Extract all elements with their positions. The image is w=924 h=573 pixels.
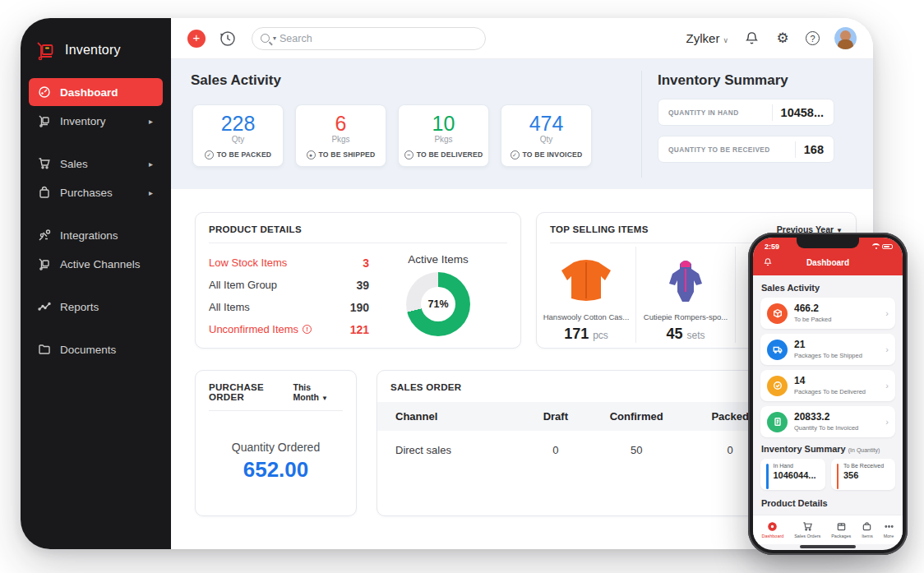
org-switcher[interactable]: Zylker∨	[686, 31, 728, 45]
info-icon[interactable]: !	[303, 325, 312, 334]
hero-section: Sales Activity 228 Qty ✓TO BE PACKED 6 P…	[171, 59, 873, 189]
product-image-cardigan	[551, 253, 621, 307]
chevron-right-icon: ›	[885, 381, 889, 390]
phone-page-title: Dashboard	[753, 258, 903, 267]
divider	[209, 410, 343, 411]
app-logo: Inventory	[21, 30, 171, 77]
to-be-shipped-card[interactable]: 6 Pkgs ●TO BE SHIPPED	[295, 104, 386, 167]
purchase-order-card: PURCHASE ORDER This Month▼ Quantity Orde…	[195, 370, 357, 516]
sidebar: Inventory Dashboard Inventory Sales Pu	[21, 18, 171, 549]
sidebar-item-purchases[interactable]: Purchases	[29, 178, 163, 206]
sidebar-divider	[21, 136, 171, 149]
phone-card-value: 21	[794, 340, 862, 350]
cell-draft: 0	[530, 431, 582, 464]
sidebar-item-label: Dashboard	[60, 86, 118, 99]
chevron-down-icon: ∨	[723, 36, 728, 44]
purchase-order-title: PURCHASE ORDER	[209, 382, 293, 402]
to-be-shipped-label: TO BE SHIPPED	[319, 150, 376, 159]
sidebar-item-inventory[interactable]: Inventory	[29, 107, 163, 135]
quantity-ordered-label: Quantity Ordered	[232, 441, 320, 454]
phone-status-time: 2:59	[765, 243, 779, 251]
all-items-row[interactable]: All Items 190	[209, 296, 369, 318]
phone-packages-delivered-card[interactable]: 14 Packages To be Delivered ›	[760, 370, 895, 401]
add-new-button[interactable]: +	[187, 30, 206, 48]
purchase-order-period-dropdown[interactable]: This Month▼	[293, 382, 343, 402]
color-bar	[766, 464, 769, 489]
sales-activity-cards: 228 Qty ✓TO BE PACKED 6 Pkgs ●TO BE SHIP…	[192, 104, 592, 167]
top-selling-item-1[interactable]: Hanswooly Cotton Cas... 171 pcs	[537, 247, 636, 343]
package-icon	[767, 303, 788, 324]
sidebar-item-active-channels[interactable]: Active Channels	[29, 250, 163, 278]
search-box[interactable]: ▾	[252, 27, 486, 50]
notifications-bell-icon[interactable]	[743, 30, 760, 47]
phone-quantity-invoiced-card[interactable]: 20833.2 Quantity To be Invoiced ›	[760, 406, 895, 437]
phone-card-label: Packages To be Shipped	[794, 352, 862, 359]
phone-to-be-packed-card[interactable]: 466.2 To be Packed ›	[760, 298, 895, 329]
truck-icon	[767, 340, 788, 360]
phone-sales-activity-title: Sales Activity	[761, 283, 895, 293]
to-be-invoiced-unit: Qty	[540, 135, 553, 144]
hero-divider	[641, 71, 642, 178]
settings-gear-icon[interactable]: ⚙	[774, 30, 791, 47]
sidebar-item-sales[interactable]: Sales	[29, 150, 163, 178]
product-details-card: PRODUCT DETAILS Low Stock Items 3 All It…	[195, 212, 521, 349]
phone-packages-shipped-card[interactable]: 21 Packages To be Shipped ›	[760, 334, 895, 365]
user-avatar[interactable]	[834, 27, 857, 49]
product-unit: pcs	[593, 330, 608, 341]
top-selling-item-2[interactable]: Cutiepie Rompers-spo... 45 sets	[636, 247, 736, 343]
phone-in-hand-card[interactable]: In Hand 1046044...	[760, 459, 825, 490]
sidebar-item-reports[interactable]: Reports	[29, 293, 163, 321]
folder-icon	[37, 343, 51, 357]
top-selling-title: TOP SELLING ITEMS	[550, 224, 649, 234]
low-stock-items-row[interactable]: Low Stock Items 3	[209, 252, 369, 274]
search-scope-chevron-icon[interactable]: ▾	[273, 35, 276, 42]
search-input[interactable]	[280, 33, 477, 44]
low-stock-items-value: 3	[336, 256, 369, 270]
to-be-delivered-unit: Pkgs	[434, 135, 452, 144]
chevron-down-icon: ▼	[321, 395, 328, 402]
phone-to-be-received-value: 356	[843, 470, 884, 480]
sidebar-divider	[21, 207, 171, 220]
unconfirmed-items-row[interactable]: Unconfirmed Items! 121	[209, 318, 369, 340]
minus-circle-icon: −	[404, 150, 413, 159]
topbar: + ▾ Zylker∨ ⚙ ?	[171, 18, 873, 59]
to-be-packed-card[interactable]: 228 Qty ✓TO BE PACKED	[192, 104, 284, 167]
inventory-summary-section: Inventory Summary QUANTITY IN HAND 10458…	[658, 72, 840, 163]
phone-nav-dashboard[interactable]: Dashboard	[761, 521, 783, 538]
check-circle-icon: ✓	[205, 150, 214, 159]
sidebar-item-integrations[interactable]: Integrations	[29, 221, 163, 249]
phone-nav-more[interactable]: More	[884, 521, 894, 538]
integrations-icon	[37, 229, 51, 243]
phone-to-be-received-label: To Be Received	[843, 463, 884, 469]
all-item-group-row[interactable]: All Item Group 39	[209, 274, 369, 296]
phone-mockup: 2:59 Dashboard Sales Activity	[748, 233, 908, 555]
product-details-title: PRODUCT DETAILS	[209, 224, 302, 234]
phone-nav-packages[interactable]: Packages	[831, 521, 851, 538]
help-icon[interactable]: ?	[806, 31, 820, 45]
sidebar-item-label: Purchases	[60, 187, 113, 199]
to-be-invoiced-card[interactable]: 474 Qty ✓TO BE INVOICED	[501, 104, 592, 167]
sidebar-item-dashboard[interactable]: Dashboard	[29, 78, 163, 106]
phone-card-label: Packages To be Delivered	[794, 388, 866, 395]
product-name: Hanswooly Cotton Cas...	[543, 312, 630, 321]
app-window: Inventory Dashboard Inventory Sales Pu	[21, 18, 873, 549]
quantity-to-be-received-box[interactable]: QUANTITY TO BE RECEIVED 168	[658, 136, 834, 163]
phone-nav-sales-orders[interactable]: Sales Orders	[794, 521, 820, 538]
search-icon	[261, 34, 270, 43]
product-unit: sets	[687, 330, 705, 341]
to-be-shipped-unit: Pkgs	[331, 135, 349, 144]
product-qty: 45	[666, 326, 682, 342]
sidebar-item-documents[interactable]: Documents	[29, 335, 163, 363]
invoice-icon	[767, 412, 788, 432]
product-details-list: Low Stock Items 3 All Item Group 39 All …	[209, 252, 369, 340]
phone-to-be-received-card[interactable]: To Be Received 356	[831, 459, 896, 490]
phone-nav-items[interactable]: Items	[862, 521, 872, 538]
phone-home-indicator[interactable]	[800, 545, 856, 548]
quantity-in-hand-box[interactable]: QUANTITY IN HAND 10458...	[658, 99, 834, 126]
phone-card-value: 466.2	[794, 303, 831, 314]
all-item-group-value: 39	[336, 279, 369, 292]
to-be-delivered-card[interactable]: 10 Pkgs −TO BE DELIVERED	[398, 104, 489, 167]
recent-history-icon[interactable]	[219, 30, 237, 48]
sidebar-item-label: Inventory	[60, 115, 106, 127]
phone-in-hand-value: 1046044...	[774, 470, 816, 480]
